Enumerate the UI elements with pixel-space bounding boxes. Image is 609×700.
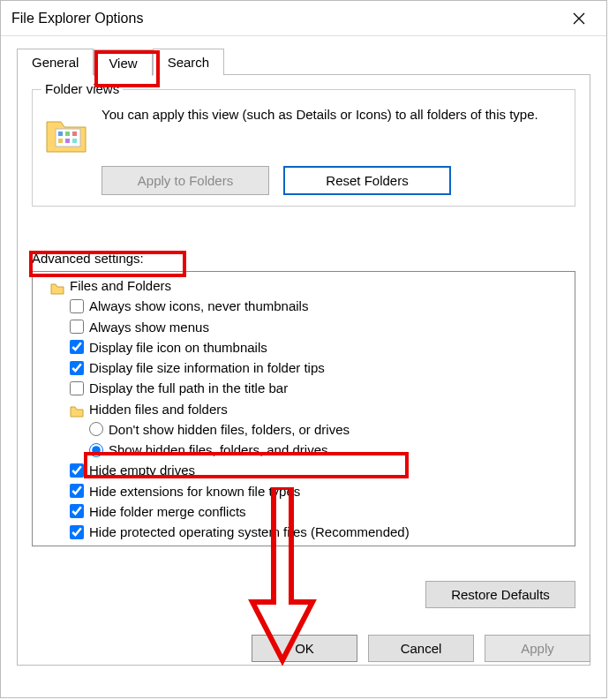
checkbox[interactable]: [70, 525, 84, 539]
advanced-settings-label: Advanced settings:: [32, 251, 144, 266]
tree-item[interactable]: Display file icon on thumbnails: [50, 337, 571, 358]
dialog-window: File Explorer Options General View Searc…: [0, 0, 607, 698]
tree-label: Hide folder merge conflicts: [89, 501, 246, 522]
close-icon: [573, 12, 585, 25]
checkbox[interactable]: [70, 463, 84, 478]
tree-radio-dont-show[interactable]: Don't show hidden files, folders, or dri…: [50, 419, 571, 440]
checkbox[interactable]: [70, 320, 84, 334]
checkbox[interactable]: [70, 340, 84, 354]
checkbox[interactable]: [70, 484, 84, 498]
svg-rect-4: [58, 139, 63, 143]
apply-to-folders-button[interactable]: Apply to Folders: [102, 166, 269, 195]
dialog-button-row: OK Cancel Apply: [252, 635, 590, 662]
radio[interactable]: [89, 422, 103, 436]
tree-radio-show-hidden[interactable]: Show hidden files, folders, and drives: [50, 440, 571, 460]
tree-label: Display file size information in folder …: [89, 358, 325, 378]
tree-label: Display file icon on thumbnails: [89, 337, 267, 358]
svg-rect-6: [72, 139, 77, 143]
tree-label: Hide protected operating system files (R…: [89, 522, 410, 542]
tab-general[interactable]: General: [17, 49, 94, 75]
checkbox[interactable]: [70, 504, 84, 518]
folder-views-label: Folder views: [41, 81, 123, 96]
tree-item[interactable]: Hide extensions for known file types: [50, 481, 571, 501]
tab-panel-view: Folder views You can apply this view (su…: [17, 74, 590, 666]
folder-icon: [50, 280, 64, 292]
titlebar: File Explorer Options: [1, 1, 606, 36]
apply-button[interactable]: Apply: [485, 635, 590, 662]
radio[interactable]: [89, 443, 103, 457]
tree-label: Show hidden files, folders, and drives: [109, 440, 327, 460]
checkbox[interactable]: [70, 361, 84, 375]
tree-item[interactable]: Hide protected operating system files (R…: [50, 522, 571, 542]
svg-rect-2: [65, 132, 70, 136]
folder-views-group: Folder views You can apply this view (su…: [32, 89, 575, 207]
folder-icon: [70, 403, 84, 415]
content-area: General View Search Folder views Y: [1, 36, 606, 674]
ok-button[interactable]: OK: [252, 635, 357, 662]
svg-rect-3: [72, 132, 77, 136]
tree-label: Display the full path in the title bar: [89, 378, 288, 398]
svg-rect-1: [58, 132, 63, 136]
tree-label: Hide extensions for known file types: [89, 481, 300, 501]
tab-strip: General View Search: [17, 49, 590, 75]
tree-label: Don't show hidden files, folders, or dri…: [109, 419, 350, 440]
tree-item[interactable]: Display file size information in folder …: [50, 358, 571, 378]
close-button[interactable]: [559, 5, 599, 32]
tree-item[interactable]: Always show icons, never thumbnails: [50, 296, 571, 316]
tree-item[interactable]: Hide empty drives: [50, 460, 571, 480]
tree-label: Files and Folders: [70, 275, 171, 296]
tree-item[interactable]: Hide folder merge conflicts: [50, 501, 571, 522]
restore-defaults-button[interactable]: Restore Defaults: [425, 581, 575, 608]
tree-label: Hide empty drives: [89, 460, 195, 480]
folder-views-description: You can apply this view (such as Details…: [102, 106, 538, 124]
tree-root-files-folders: Files and Folders: [50, 275, 571, 296]
tree-label: Hidden files and folders: [89, 399, 228, 419]
checkbox[interactable]: [70, 381, 84, 395]
folder-icon: [43, 111, 89, 157]
advanced-settings-tree[interactable]: Files and Folders Always show icons, nev…: [32, 271, 575, 546]
tree-item[interactable]: Display the full path in the title bar: [50, 378, 571, 398]
tree-label: Always show menus: [89, 317, 209, 337]
tree-group-hidden: Hidden files and folders: [50, 399, 571, 419]
tree-label: Always show icons, never thumbnails: [89, 296, 308, 316]
reset-folders-button[interactable]: Reset Folders: [283, 166, 451, 195]
tree-item[interactable]: Always show menus: [50, 317, 571, 337]
window-title: File Explorer Options: [11, 11, 143, 26]
svg-rect-5: [65, 139, 70, 143]
checkbox[interactable]: [70, 299, 84, 313]
cancel-button[interactable]: Cancel: [368, 635, 474, 662]
tab-view[interactable]: View: [94, 49, 152, 76]
tab-search[interactable]: Search: [153, 49, 225, 75]
